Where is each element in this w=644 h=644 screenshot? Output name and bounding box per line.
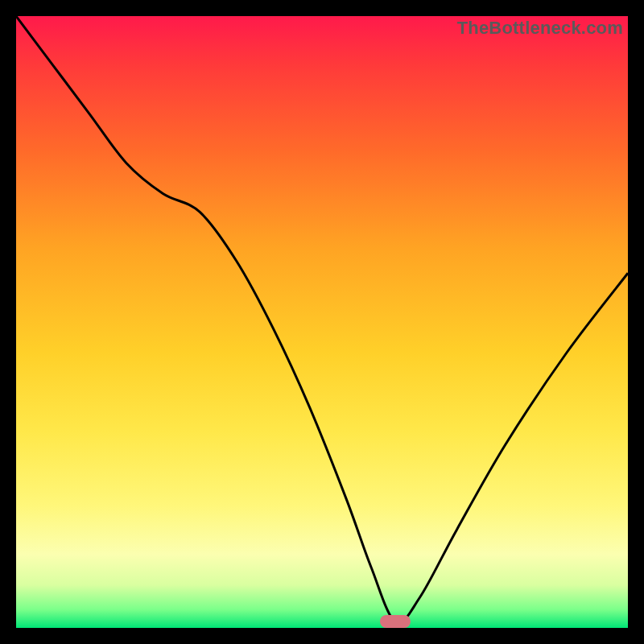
plot-area: TheBottleneck.com (16, 16, 628, 628)
optimal-point-marker (380, 615, 411, 628)
chart-frame: TheBottleneck.com (0, 0, 644, 644)
bottleneck-curve (16, 16, 628, 628)
